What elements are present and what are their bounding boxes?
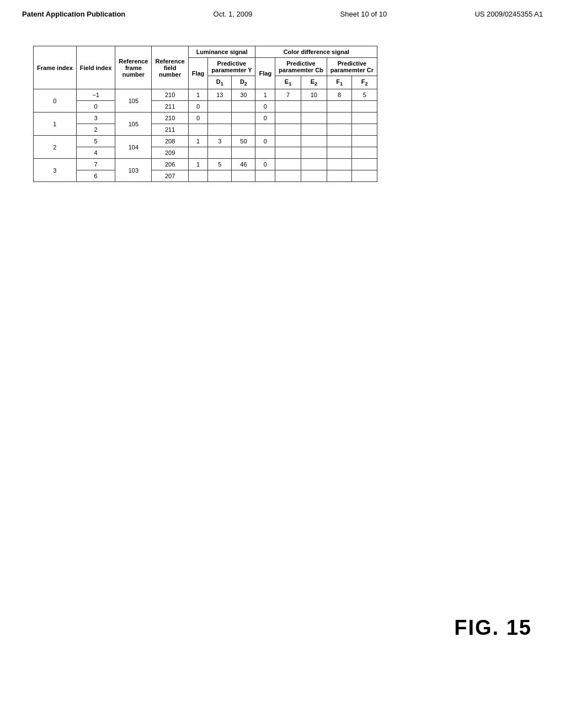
ref-frame: 105 bbox=[115, 89, 152, 113]
E1 bbox=[275, 113, 301, 124]
frame-index-3: 3 bbox=[34, 159, 77, 182]
publication-label: Patent Application Publication bbox=[22, 10, 125, 18]
lum-flag bbox=[188, 124, 208, 136]
F1 bbox=[327, 113, 352, 124]
E2 bbox=[301, 101, 327, 113]
lum-flag bbox=[188, 147, 208, 159]
E2 bbox=[301, 159, 327, 170]
col-color-diff-signal: Color difference signal bbox=[255, 46, 377, 58]
E2 bbox=[301, 124, 327, 136]
frame-index-0: 0 bbox=[34, 89, 77, 113]
col-lum-predictive: Predictiveparamemter Y bbox=[208, 58, 255, 76]
F1 bbox=[327, 159, 352, 170]
col-ref-field: Referencefield number bbox=[152, 46, 188, 89]
lum-flag: 0 bbox=[188, 113, 208, 124]
D2 bbox=[232, 101, 255, 113]
F1: 8 bbox=[327, 89, 352, 101]
E2: 10 bbox=[301, 89, 327, 101]
F2 bbox=[352, 124, 377, 136]
lum-flag: 1 bbox=[188, 159, 208, 170]
col-cr-predictive: Predictiveparamemter Cr bbox=[327, 58, 377, 76]
content-area: Frame index Field index Referenceframe n… bbox=[0, 24, 565, 204]
D1 bbox=[208, 147, 232, 159]
E2 bbox=[301, 136, 327, 147]
col-flag: 0 bbox=[255, 101, 275, 113]
table-row: 0 211 0 0 bbox=[34, 101, 377, 113]
ref-field: 211 bbox=[152, 124, 188, 136]
F1 bbox=[327, 136, 352, 147]
D1 bbox=[208, 101, 232, 113]
field-index: 7 bbox=[76, 159, 115, 170]
field-index: 4 bbox=[76, 147, 115, 159]
page-header: Patent Application Publication Oct. 1, 2… bbox=[0, 0, 565, 24]
col-col-flag: Flag bbox=[255, 58, 275, 89]
col-cb-predictive: Predictiveparamemter Cb bbox=[275, 58, 327, 76]
col-E2: E2 bbox=[301, 76, 327, 89]
D2 bbox=[232, 124, 255, 136]
E1 bbox=[275, 101, 301, 113]
D1 bbox=[208, 113, 232, 124]
figure-label: FIG. 15 bbox=[454, 616, 532, 640]
ref-field: 210 bbox=[152, 89, 188, 101]
col-field-index: Field index bbox=[76, 46, 115, 89]
F1 bbox=[327, 147, 352, 159]
ref-field: 211 bbox=[152, 101, 188, 113]
data-table-container: Frame index Field index Referenceframe n… bbox=[33, 46, 377, 182]
field-index: 3 bbox=[76, 113, 115, 124]
D1: 3 bbox=[208, 136, 232, 147]
D1: 13 bbox=[208, 89, 232, 101]
frame-index-1: 1 bbox=[34, 113, 77, 136]
F2 bbox=[352, 170, 377, 182]
ref-field: 206 bbox=[152, 159, 188, 170]
field-index: 2 bbox=[76, 124, 115, 136]
F2 bbox=[352, 101, 377, 113]
table-row: 0 −1 105 210 1 13 30 1 7 10 8 5 bbox=[34, 89, 377, 101]
ref-field: 208 bbox=[152, 136, 188, 147]
E1 bbox=[275, 170, 301, 182]
sheet-label: Sheet 10 of 10 bbox=[340, 10, 387, 18]
col-ref-frame: Referenceframe number bbox=[115, 46, 152, 89]
col-D2: D2 bbox=[232, 76, 255, 89]
E1 bbox=[275, 159, 301, 170]
ref-frame: 103 bbox=[115, 159, 152, 182]
E1: 7 bbox=[275, 89, 301, 101]
field-index: 0 bbox=[76, 101, 115, 113]
col-flag bbox=[255, 170, 275, 182]
col-luminance-signal: Luminance signal bbox=[188, 46, 255, 58]
table-row: 2 5 104 208 1 3 50 0 bbox=[34, 136, 377, 147]
D2: 30 bbox=[232, 89, 255, 101]
D1 bbox=[208, 124, 232, 136]
D1 bbox=[208, 170, 232, 182]
col-D1: D1 bbox=[208, 76, 232, 89]
table-row: 2 211 bbox=[34, 124, 377, 136]
col-F1: F1 bbox=[327, 76, 352, 89]
col-frame-index: Frame index bbox=[34, 46, 77, 89]
field-index: 5 bbox=[76, 136, 115, 147]
D2: 50 bbox=[232, 136, 255, 147]
ref-field: 210 bbox=[152, 113, 188, 124]
F1 bbox=[327, 101, 352, 113]
F2 bbox=[352, 159, 377, 170]
F2: 5 bbox=[352, 89, 377, 101]
data-table: Frame index Field index Referenceframe n… bbox=[33, 46, 377, 182]
patent-number: US 2009/0245355 A1 bbox=[475, 10, 543, 18]
lum-flag: 1 bbox=[188, 89, 208, 101]
table-row: 1 3 105 210 0 0 bbox=[34, 113, 377, 124]
table-row: 4 209 bbox=[34, 147, 377, 159]
F2 bbox=[352, 147, 377, 159]
ref-frame: 104 bbox=[115, 136, 152, 159]
field-index: 6 bbox=[76, 170, 115, 182]
E1 bbox=[275, 124, 301, 136]
lum-flag: 0 bbox=[188, 101, 208, 113]
col-flag bbox=[255, 147, 275, 159]
ref-field: 207 bbox=[152, 170, 188, 182]
E2 bbox=[301, 113, 327, 124]
col-flag: 1 bbox=[255, 89, 275, 101]
lum-flag bbox=[188, 170, 208, 182]
col-F2: F2 bbox=[352, 76, 377, 89]
D1: 5 bbox=[208, 159, 232, 170]
F2 bbox=[352, 136, 377, 147]
E1 bbox=[275, 147, 301, 159]
D2 bbox=[232, 170, 255, 182]
D2 bbox=[232, 113, 255, 124]
